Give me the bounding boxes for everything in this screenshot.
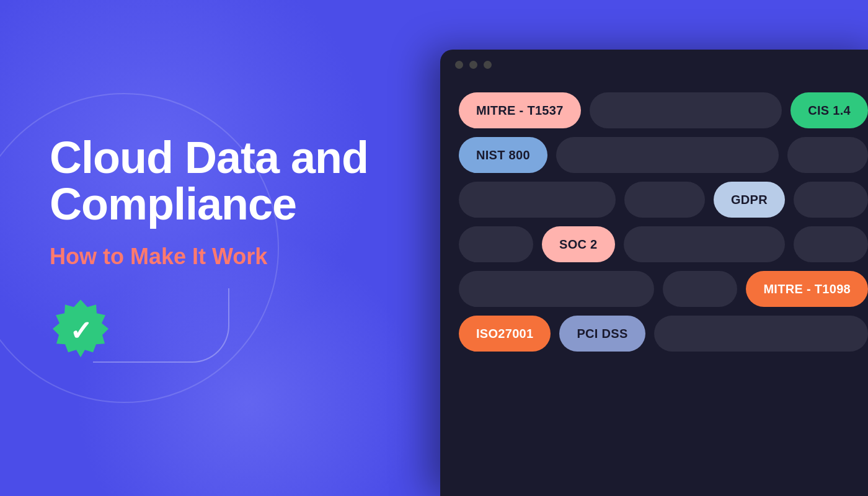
left-content: Cloud Data and Compliance How to Make It… <box>50 0 434 496</box>
panel-header <box>440 50 868 80</box>
tag-mitre-t1537[interactable]: MITRE - T1537 <box>459 92 581 128</box>
tag-empty-9 <box>794 226 868 262</box>
tag-cis14[interactable]: CIS 1.4 <box>790 92 868 128</box>
tag-empty-3 <box>787 137 868 173</box>
tag-row-1: MITRE - T1537 CIS 1.4 <box>459 92 868 128</box>
tag-empty-6 <box>794 182 868 218</box>
tag-empty-11 <box>663 271 737 307</box>
scene: Cloud Data and Compliance How to Make It… <box>0 0 868 496</box>
tag-empty-2 <box>556 137 779 173</box>
tags-container: MITRE - T1537 CIS 1.4 NIST 800 GDPR SOC <box>440 80 868 364</box>
tag-empty-7 <box>459 226 533 262</box>
check-badge <box>50 299 112 361</box>
tag-empty-10 <box>459 271 654 307</box>
tag-row-2: NIST 800 <box>459 137 868 173</box>
app-mockup-panel: MITRE - T1537 CIS 1.4 NIST 800 GDPR SOC <box>440 50 868 496</box>
window-dot-1 <box>455 61 463 69</box>
tag-gdpr[interactable]: GDPR <box>714 182 785 218</box>
tag-row-4: SOC 2 <box>459 226 868 262</box>
tag-pcidss[interactable]: PCI DSS <box>559 316 645 352</box>
tag-row-3: GDPR <box>459 182 868 218</box>
tag-empty-1 <box>590 92 782 128</box>
tag-row-5: MITRE - T1098 <box>459 271 868 307</box>
tag-empty-8 <box>624 226 785 262</box>
window-dot-3 <box>484 61 492 69</box>
window-dot-2 <box>469 61 477 69</box>
tag-row-6: ISO27001 PCI DSS <box>459 316 868 352</box>
tag-nist800[interactable]: NIST 800 <box>459 137 547 173</box>
tag-mitre-t1098[interactable]: MITRE - T1098 <box>746 271 868 307</box>
tag-soc2[interactable]: SOC 2 <box>542 226 615 262</box>
page-title: Cloud Data and Compliance <box>50 135 434 228</box>
tag-iso27001[interactable]: ISO27001 <box>459 316 551 352</box>
tag-empty-12 <box>654 316 868 352</box>
tag-empty-5 <box>624 182 705 218</box>
tag-empty-4 <box>459 182 616 218</box>
page-subtitle: How to Make It Work <box>50 243 434 270</box>
